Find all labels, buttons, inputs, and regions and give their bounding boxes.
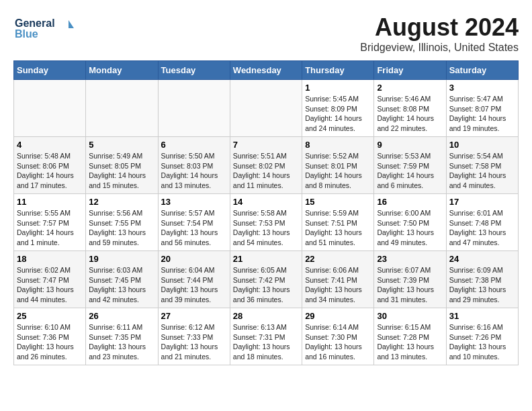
day-info: Sunrise: 5:47 AMSunset: 8:07 PMDaylight:… [449, 94, 515, 134]
day-info: Sunrise: 5:57 AMSunset: 7:54 PMDaylight:… [161, 208, 227, 248]
logo-svg: General Blue [13, 13, 74, 44]
day-info: Sunrise: 6:16 AMSunset: 7:26 PMDaylight:… [449, 322, 515, 362]
cell-week5-day2: 27Sunrise: 6:12 AMSunset: 7:33 PMDayligh… [158, 308, 230, 365]
day-info: Sunrise: 6:11 AMSunset: 7:35 PMDaylight:… [89, 322, 154, 362]
day-info: Sunrise: 6:03 AMSunset: 7:45 PMDaylight:… [89, 265, 154, 305]
day-info: Sunrise: 5:46 AMSunset: 8:08 PMDaylight:… [377, 94, 443, 134]
day-number: 16 [377, 197, 443, 207]
day-info: Sunrise: 6:05 AMSunset: 7:42 PMDaylight:… [233, 265, 299, 305]
day-number: 3 [449, 83, 515, 93]
day-number: 1 [305, 83, 371, 93]
day-number: 30 [377, 311, 443, 321]
day-number: 5 [89, 140, 154, 150]
cell-week3-day0: 11Sunrise: 5:55 AMSunset: 7:57 PMDayligh… [14, 194, 86, 251]
day-number: 28 [233, 311, 299, 321]
cell-week3-day3: 14Sunrise: 5:58 AMSunset: 7:53 PMDayligh… [230, 194, 302, 251]
day-info: Sunrise: 5:56 AMSunset: 7:55 PMDaylight:… [89, 208, 154, 248]
day-info: Sunrise: 5:54 AMSunset: 7:58 PMDaylight:… [449, 151, 515, 191]
cell-week3-day6: 17Sunrise: 6:01 AMSunset: 7:48 PMDayligh… [446, 194, 518, 251]
day-info: Sunrise: 6:10 AMSunset: 7:36 PMDaylight:… [17, 322, 83, 362]
day-number: 24 [449, 254, 515, 264]
day-info: Sunrise: 6:02 AMSunset: 7:47 PMDaylight:… [17, 265, 83, 305]
cell-week5-day0: 25Sunrise: 6:10 AMSunset: 7:36 PMDayligh… [14, 308, 86, 365]
day-info: Sunrise: 5:51 AMSunset: 8:02 PMDaylight:… [233, 151, 299, 191]
cell-week1-day5: 2Sunrise: 5:46 AMSunset: 8:08 PMDaylight… [374, 80, 446, 137]
day-number: 21 [233, 254, 299, 264]
cell-week3-day1: 12Sunrise: 5:56 AMSunset: 7:55 PMDayligh… [86, 194, 158, 251]
day-info: Sunrise: 5:45 AMSunset: 8:09 PMDaylight:… [305, 94, 371, 134]
day-number: 15 [305, 197, 371, 207]
day-info: Sunrise: 5:50 AMSunset: 8:03 PMDaylight:… [161, 151, 227, 191]
day-number: 6 [161, 140, 227, 150]
day-number: 13 [161, 197, 227, 207]
day-number: 22 [305, 254, 371, 264]
calendar-table: SundayMondayTuesdayWednesdayThursdayFrid… [13, 60, 519, 365]
day-number: 23 [377, 254, 443, 264]
cell-week4-day5: 23Sunrise: 6:07 AMSunset: 7:39 PMDayligh… [374, 251, 446, 308]
cell-week5-day6: 31Sunrise: 6:16 AMSunset: 7:26 PMDayligh… [446, 308, 518, 365]
svg-text:General: General [15, 17, 55, 29]
header-friday: Friday [374, 61, 446, 80]
day-number: 4 [17, 140, 83, 150]
cell-week5-day3: 28Sunrise: 6:13 AMSunset: 7:31 PMDayligh… [230, 308, 302, 365]
cell-week2-day0: 4Sunrise: 5:48 AMSunset: 8:06 PMDaylight… [14, 137, 86, 194]
day-info: Sunrise: 6:14 AMSunset: 7:30 PMDaylight:… [305, 322, 371, 362]
day-info: Sunrise: 5:52 AMSunset: 8:01 PMDaylight:… [305, 151, 371, 191]
day-number: 18 [17, 254, 83, 264]
cell-week2-day3: 7Sunrise: 5:51 AMSunset: 8:02 PMDaylight… [230, 137, 302, 194]
cell-week1-day6: 3Sunrise: 5:47 AMSunset: 8:07 PMDaylight… [446, 80, 518, 137]
header-sunday: Sunday [14, 61, 86, 80]
day-info: Sunrise: 6:12 AMSunset: 7:33 PMDaylight:… [161, 322, 227, 362]
header-row: SundayMondayTuesdayWednesdayThursdayFrid… [14, 61, 519, 80]
header-wednesday: Wednesday [230, 61, 302, 80]
week-row-5: 25Sunrise: 6:10 AMSunset: 7:36 PMDayligh… [14, 308, 519, 365]
day-info: Sunrise: 6:13 AMSunset: 7:31 PMDaylight:… [233, 322, 299, 362]
day-info: Sunrise: 5:55 AMSunset: 7:57 PMDaylight:… [17, 208, 83, 248]
day-number: 12 [89, 197, 154, 207]
cell-week4-day6: 24Sunrise: 6:09 AMSunset: 7:38 PMDayligh… [446, 251, 518, 308]
header: General Blue August 2024 Bridgeview, Ill… [13, 13, 519, 54]
week-row-1: 1Sunrise: 5:45 AMSunset: 8:09 PMDaylight… [14, 80, 519, 137]
header-tuesday: Tuesday [158, 61, 230, 80]
day-info: Sunrise: 5:49 AMSunset: 8:05 PMDaylight:… [89, 151, 154, 191]
cell-week2-day1: 5Sunrise: 5:49 AMSunset: 8:05 PMDaylight… [86, 137, 158, 194]
logo: General Blue [13, 13, 74, 44]
day-info: Sunrise: 6:07 AMSunset: 7:39 PMDaylight:… [377, 265, 443, 305]
svg-marker-2 [69, 20, 74, 28]
day-number: 10 [449, 140, 515, 150]
day-info: Sunrise: 5:48 AMSunset: 8:06 PMDaylight:… [17, 151, 83, 191]
day-number: 25 [17, 311, 83, 321]
cell-week4-day3: 21Sunrise: 6:05 AMSunset: 7:42 PMDayligh… [230, 251, 302, 308]
day-number: 14 [233, 197, 299, 207]
day-number: 11 [17, 197, 83, 207]
day-info: Sunrise: 6:01 AMSunset: 7:48 PMDaylight:… [449, 208, 515, 248]
cell-week5-day5: 30Sunrise: 6:15 AMSunset: 7:28 PMDayligh… [374, 308, 446, 365]
day-number: 27 [161, 311, 227, 321]
svg-text:Blue: Blue [15, 28, 38, 40]
day-number: 7 [233, 140, 299, 150]
day-number: 8 [305, 140, 371, 150]
day-number: 17 [449, 197, 515, 207]
day-number: 20 [161, 254, 227, 264]
cell-week5-day1: 26Sunrise: 6:11 AMSunset: 7:35 PMDayligh… [86, 308, 158, 365]
week-row-2: 4Sunrise: 5:48 AMSunset: 8:06 PMDaylight… [14, 137, 519, 194]
day-info: Sunrise: 6:06 AMSunset: 7:41 PMDaylight:… [305, 265, 371, 305]
header-monday: Monday [86, 61, 158, 80]
cell-week2-day6: 10Sunrise: 5:54 AMSunset: 7:58 PMDayligh… [446, 137, 518, 194]
main-title: August 2024 [360, 13, 519, 42]
cell-week1-day1 [86, 80, 158, 137]
cell-week2-day2: 6Sunrise: 5:50 AMSunset: 8:03 PMDaylight… [158, 137, 230, 194]
cell-week3-day4: 15Sunrise: 5:59 AMSunset: 7:51 PMDayligh… [302, 194, 374, 251]
day-info: Sunrise: 5:53 AMSunset: 7:59 PMDaylight:… [377, 151, 443, 191]
cell-week1-day3 [230, 80, 302, 137]
cell-week1-day0 [14, 80, 86, 137]
day-number: 29 [305, 311, 371, 321]
day-info: Sunrise: 6:09 AMSunset: 7:38 PMDaylight:… [449, 265, 515, 305]
day-number: 19 [89, 254, 154, 264]
day-info: Sunrise: 5:59 AMSunset: 7:51 PMDaylight:… [305, 208, 371, 248]
header-thursday: Thursday [302, 61, 374, 80]
cell-week4-day1: 19Sunrise: 6:03 AMSunset: 7:45 PMDayligh… [86, 251, 158, 308]
cell-week3-day5: 16Sunrise: 6:00 AMSunset: 7:50 PMDayligh… [374, 194, 446, 251]
cell-week2-day5: 9Sunrise: 5:53 AMSunset: 7:59 PMDaylight… [374, 137, 446, 194]
cell-week5-day4: 29Sunrise: 6:14 AMSunset: 7:30 PMDayligh… [302, 308, 374, 365]
